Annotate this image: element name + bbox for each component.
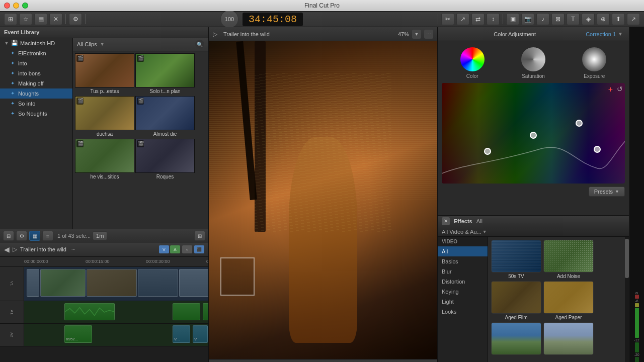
effects-filter-row: All Video & Au... ▼ — [438, 227, 629, 237]
audio-clip-2b[interactable]: V... — [173, 325, 190, 343]
sidebar-item-makingoff[interactable]: ✦ Making off — [0, 78, 72, 88]
effects-cat-light[interactable]: Light — [438, 297, 488, 307]
position-btn[interactable]: ↕ — [487, 13, 500, 25]
sidebar-item-hd[interactable]: ▼ 💾 Macintosh HD — [0, 38, 72, 48]
correction-dropdown-icon[interactable]: ▼ — [618, 31, 623, 37]
trans-btn[interactable]: ⊠ — [551, 13, 565, 25]
waveform-btn[interactable]: ≈ — [182, 245, 192, 253]
video-clip-4[interactable] — [138, 269, 178, 297]
clip-item-roques[interactable]: 🎬 Roques — [135, 139, 195, 180]
color-curve: ↺ + — [442, 83, 625, 184]
presets-btn[interactable]: Presets ▼ — [589, 187, 625, 197]
timecode-display[interactable]: 34:45:08 — [243, 13, 303, 26]
color-control-exposure[interactable]: Exposure — [582, 47, 606, 79]
audio-clip-2a[interactable]: 6952... — [64, 325, 92, 343]
left-top: ▼ 💾 Macintosh HD ✦ ElEctronikn ✦ into ✦ … — [0, 38, 208, 229]
color-controls: Color Saturation Exposure — [438, 41, 629, 83]
effects-scrollbar[interactable] — [625, 237, 629, 362]
audio-track-1-content[interactable] — [24, 301, 208, 323]
audio-clip-2c[interactable]: V. — [193, 325, 208, 343]
saturation-wheel-icon — [521, 47, 545, 71]
vu-meter: 0 -6 -12 -20 -50 — [629, 27, 644, 362]
effect-item-extra1[interactable] — [491, 322, 541, 356]
timeline-film-icon: ▷ — [13, 246, 17, 253]
inspector-btn[interactable]: ✕ — [49, 13, 62, 25]
search-clips-btn[interactable]: 🔍 — [195, 40, 204, 49]
blade-btn[interactable]: ✂ — [441, 13, 454, 25]
close-button[interactable] — [4, 3, 10, 9]
video-track-content[interactable] — [24, 267, 208, 301]
sidebar-item-sonoughts[interactable]: ✦ So Noughts — [0, 109, 72, 119]
library-btn[interactable]: ⊞ — [4, 13, 17, 25]
gen-btn[interactable]: ◈ — [582, 13, 595, 25]
effects-filter-arrow-icon[interactable]: ▼ — [482, 229, 487, 234]
clips-filter-arrow[interactable]: ▼ — [100, 42, 105, 47]
view-list[interactable]: ≡ — [42, 231, 53, 241]
view-grid[interactable]: ▦ — [29, 231, 40, 241]
trim-btn[interactable]: ⇄ — [471, 13, 485, 25]
audio-clip-1b[interactable] — [173, 303, 200, 320]
tool-btn-1[interactable]: ⚙ — [69, 13, 82, 25]
video-clip-2[interactable] — [40, 269, 86, 297]
sidebar-item-intobons[interactable]: ✦ into bons — [0, 68, 72, 78]
effects-close-btn[interactable]: ✕ — [442, 217, 450, 225]
audio-track-2-content[interactable]: 6952... V... V. LLocs Volca — [24, 324, 208, 346]
ruler-mark-3: 00:00:45:00 — [206, 259, 208, 264]
settings-icon: ⋯ — [426, 31, 431, 37]
theme-btn[interactable]: ⊕ — [597, 13, 610, 25]
effect-item-extra2[interactable] — [543, 322, 594, 356]
effect-item-50stv[interactable]: 50s TV — [491, 240, 541, 279]
clip-item-duchsa[interactable]: 🎬 duchsa — [75, 96, 134, 138]
sidebar-item-into[interactable]: ✦ into — [0, 58, 72, 68]
timeline-btn[interactable]: ▤ — [34, 13, 47, 25]
view-btn-1[interactable]: ⊟ — [3, 231, 14, 241]
select-btn[interactable]: ↗ — [456, 13, 469, 25]
effects-cat-looks[interactable]: Looks — [438, 307, 488, 317]
effects-cat-blur[interactable]: Blur — [438, 266, 488, 277]
rate-circle[interactable]: 100 — [220, 10, 238, 28]
audio-clip-1a[interactable] — [64, 303, 115, 320]
share-btn[interactable]: ⬆ — [612, 13, 625, 25]
viewer-settings-btn[interactable]: ⋯ — [424, 30, 433, 39]
effects-cat-basics[interactable]: Basics — [438, 256, 488, 266]
audio-track-toggle[interactable]: A — [170, 245, 180, 253]
clip-item-hevis[interactable]: 🎬 he vis...sitios — [75, 139, 134, 180]
correction-btn[interactable]: Correction 1 — [586, 31, 616, 37]
effect-item-agedpaper[interactable]: Aged Paper — [543, 281, 594, 320]
sort-btn[interactable]: ⊞ — [194, 231, 205, 241]
color-control-color[interactable]: Color — [460, 47, 485, 79]
export-btn[interactable]: ↗ — [627, 13, 640, 25]
effects-panel: ✕ Effects All All Video & Au... ▼ VIDEO … — [438, 216, 629, 362]
effects-cat-distortion[interactable]: Distortion — [438, 277, 488, 287]
photo-btn[interactable]: 📷 — [521, 13, 534, 25]
video-track-toggle[interactable]: V — [159, 245, 169, 253]
effect-item-agedfilm[interactable]: Aged Film — [491, 281, 541, 320]
video-clip-3[interactable] — [87, 269, 137, 297]
effects-cat-keying[interactable]: Keying — [438, 287, 488, 297]
browser-btn[interactable]: ☆ — [19, 13, 32, 25]
title-btn[interactable]: T — [567, 13, 580, 25]
video-btn[interactable]: ▣ — [506, 13, 519, 25]
clip-item-solo[interactable]: 🎬 Solo t...n plan — [135, 53, 195, 95]
effects-cat-all[interactable]: All — [438, 246, 488, 256]
audio-btn[interactable]: ♪ — [536, 13, 549, 25]
scrollbar-thumb[interactable] — [625, 239, 629, 278]
audio-clip-1c[interactable] — [203, 303, 208, 320]
maximize-button[interactable] — [22, 3, 28, 9]
duration-btn[interactable]: 1m — [93, 231, 107, 240]
sidebar-item-electronikh[interactable]: ✦ ElEctronikn — [0, 48, 72, 58]
view-btn-2[interactable]: ⚙ — [16, 231, 27, 241]
sidebar-item-noughts[interactable]: ✦ Noughts — [0, 88, 72, 99]
sidebar-item-sointo[interactable]: ✦ So into — [0, 99, 72, 109]
overlay-btn[interactable]: ⬛ — [194, 245, 204, 253]
video-clip-5[interactable] — [179, 269, 208, 297]
clip-item-almost[interactable]: 🎬 Almost die — [135, 96, 195, 138]
effect-item-addnoise[interactable]: Add Noise — [543, 240, 594, 279]
video-clip-1[interactable] — [27, 269, 39, 297]
color-control-saturation[interactable]: Saturation — [521, 47, 545, 79]
window-controls[interactable] — [4, 3, 28, 9]
clip-item-tus[interactable]: 🎬 Tus p...estas — [75, 53, 134, 95]
viewer-zoom-dropdown[interactable]: ▼ — [412, 30, 421, 39]
filmstrip-icon-1: 🎬 — [76, 55, 84, 62]
minimize-button[interactable] — [13, 3, 19, 9]
